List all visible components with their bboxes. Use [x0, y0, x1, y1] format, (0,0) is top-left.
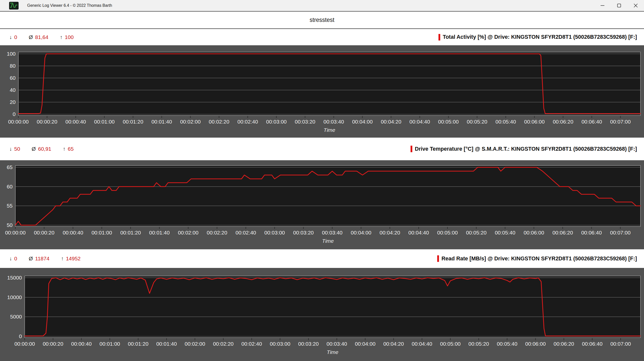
svg-text:00:06:00: 00:06:00: [525, 341, 546, 347]
svg-text:00:02:40: 00:02:40: [242, 341, 262, 347]
minimize-button[interactable]: [594, 0, 611, 11]
min-arrow-icon: ↓: [9, 34, 12, 40]
svg-text:00:00:40: 00:00:40: [71, 341, 92, 347]
close-icon: [633, 3, 638, 8]
chart-1-stats: ↓ 0 Ø 81,64 ↑ 100: [9, 34, 74, 40]
min-arrow-icon: ↓: [9, 146, 12, 152]
x-axis: 00:00:0000:00:2000:00:4000:01:0000:01:20…: [5, 227, 631, 235]
max-arrow-icon: ↑: [61, 256, 64, 262]
svg-text:00:04:40: 00:04:40: [412, 341, 432, 347]
svg-text:00:03:40: 00:03:40: [324, 119, 344, 125]
avg-value: 81,64: [35, 34, 49, 40]
svg-text:80: 80: [10, 63, 16, 69]
svg-text:00:02:20: 00:02:20: [213, 341, 234, 347]
chart-1-block: 02040608010000:00:0000:00:2000:00:4000:0…: [0, 45, 644, 138]
svg-text:00:03:00: 00:03:00: [264, 230, 285, 235]
max-value: 65: [68, 146, 73, 152]
series-color-marker: [437, 255, 439, 262]
svg-text:5000: 5000: [10, 314, 22, 319]
time-axis-label: Time: [327, 349, 338, 355]
chart-1-min-stat: ↓ 0: [9, 34, 17, 40]
chart-3-title: Read Rate [MB/s] @ Drive: KINGSTON SFYR2…: [437, 255, 637, 262]
log-file-title: stresstest: [310, 17, 334, 23]
svg-text:00:07:00: 00:07:00: [610, 119, 631, 125]
drive-temperature-chart[interactable]: 5055606500:00:0000:00:2000:00:4000:01:00…: [0, 160, 644, 249]
chart-2-min-stat: ↓ 50: [9, 146, 20, 152]
chart-3-avg-stat: Ø 11874: [29, 256, 49, 262]
plot-area[interactable]: [25, 276, 640, 338]
svg-text:00:02:40: 00:02:40: [237, 119, 258, 125]
svg-text:00:03:40: 00:03:40: [322, 230, 343, 235]
svg-text:00:02:40: 00:02:40: [235, 230, 256, 235]
svg-text:00:04:00: 00:04:00: [352, 119, 373, 125]
max-value: 14952: [66, 256, 80, 262]
svg-text:00:07:00: 00:07:00: [610, 341, 631, 347]
svg-text:0: 0: [19, 333, 22, 339]
average-icon: Ø: [29, 34, 33, 40]
chart-1-avg-stat: Ø 81,64: [29, 34, 48, 40]
svg-text:00:04:20: 00:04:20: [380, 230, 400, 235]
svg-text:00:00:20: 00:00:20: [37, 119, 57, 125]
svg-text:00:02:00: 00:02:00: [178, 230, 198, 235]
chart-1-title: Total Activity [%] @ Drive: KINGSTON SFY…: [438, 34, 637, 41]
svg-text:00:01:00: 00:01:00: [94, 119, 115, 125]
svg-text:40: 40: [10, 87, 16, 93]
min-value: 50: [14, 146, 20, 152]
close-button[interactable]: [627, 0, 644, 11]
average-icon: Ø: [29, 256, 33, 262]
max-arrow-icon: ↑: [60, 34, 63, 40]
svg-text:00:01:20: 00:01:20: [120, 230, 141, 235]
svg-text:00:00:20: 00:00:20: [34, 230, 55, 235]
average-icon: Ø: [32, 146, 36, 152]
svg-text:00:01:40: 00:01:40: [149, 230, 170, 235]
svg-text:00:07:00: 00:07:00: [610, 230, 631, 235]
min-value: 0: [14, 34, 17, 40]
svg-text:00:05:40: 00:05:40: [495, 230, 515, 235]
svg-text:100: 100: [7, 51, 16, 57]
svg-text:00:00:00: 00:00:00: [8, 119, 29, 125]
total-activity-chart[interactable]: 02040608010000:00:0000:00:2000:00:4000:0…: [0, 45, 644, 138]
svg-text:20: 20: [10, 99, 16, 105]
avg-value: 60,91: [38, 146, 51, 152]
series-color-marker: [438, 34, 440, 41]
window-title: Generic Log Viewer 6.4 - © 2022 Thomas B…: [27, 3, 112, 8]
svg-text:00:05:40: 00:05:40: [497, 341, 517, 347]
chart-2-max-stat: ↑ 65: [63, 146, 74, 152]
chart-2-title: Drive Temperature [°C] @ S.M.A.R.T.: KIN…: [411, 146, 637, 152]
svg-text:65: 65: [7, 164, 13, 170]
plot-area[interactable]: [18, 52, 640, 115]
svg-text:00:03:00: 00:03:00: [266, 119, 287, 125]
chart-1-title-text: Total Activity [%] @ Drive: KINGSTON SFY…: [443, 34, 637, 40]
svg-text:00:00:20: 00:00:20: [43, 341, 63, 347]
svg-text:00:02:00: 00:02:00: [180, 119, 201, 125]
svg-text:00:01:00: 00:01:00: [100, 341, 120, 347]
chart-3-max-stat: ↑ 14952: [61, 256, 80, 262]
x-axis: 00:00:0000:00:2000:00:4000:01:0000:01:20…: [14, 338, 631, 347]
svg-text:00:01:40: 00:01:40: [156, 341, 177, 347]
svg-text:60: 60: [7, 184, 13, 189]
svg-text:00:02:20: 00:02:20: [209, 119, 229, 125]
svg-text:00:03:20: 00:03:20: [298, 341, 319, 347]
read-rate-chart[interactable]: 05000100001500000:00:0000:00:2000:00:400…: [0, 268, 644, 361]
chart-2-avg-stat: Ø 60,91: [32, 146, 51, 152]
avg-value: 11874: [35, 256, 50, 262]
svg-text:00:04:20: 00:04:20: [381, 119, 401, 125]
svg-text:00:06:40: 00:06:40: [581, 230, 602, 235]
svg-text:00:05:00: 00:05:00: [440, 341, 461, 347]
svg-text:00:05:20: 00:05:20: [467, 119, 488, 125]
chart-2-stats: ↓ 50 Ø 60,91 ↑ 65: [9, 146, 74, 152]
svg-text:00:00:00: 00:00:00: [5, 230, 26, 235]
chart-3-min-stat: ↓ 0: [9, 256, 17, 262]
maximize-button[interactable]: [611, 0, 627, 11]
max-arrow-icon: ↑: [63, 146, 66, 152]
svg-text:00:01:00: 00:01:00: [92, 230, 112, 235]
chart-2-header-band: ↓ 50 Ø 60,91 ↑ 65 Drive Temperature [°C]…: [0, 138, 644, 160]
svg-text:00:06:40: 00:06:40: [581, 119, 602, 125]
svg-text:55: 55: [7, 203, 13, 209]
window-controls: [594, 0, 644, 11]
series-color-marker: [411, 146, 412, 152]
svg-text:00:05:40: 00:05:40: [495, 119, 516, 125]
svg-text:00:06:40: 00:06:40: [582, 341, 602, 347]
x-axis: 00:00:0000:00:2000:00:4000:01:0000:01:20…: [8, 116, 631, 125]
svg-text:50: 50: [7, 222, 13, 228]
